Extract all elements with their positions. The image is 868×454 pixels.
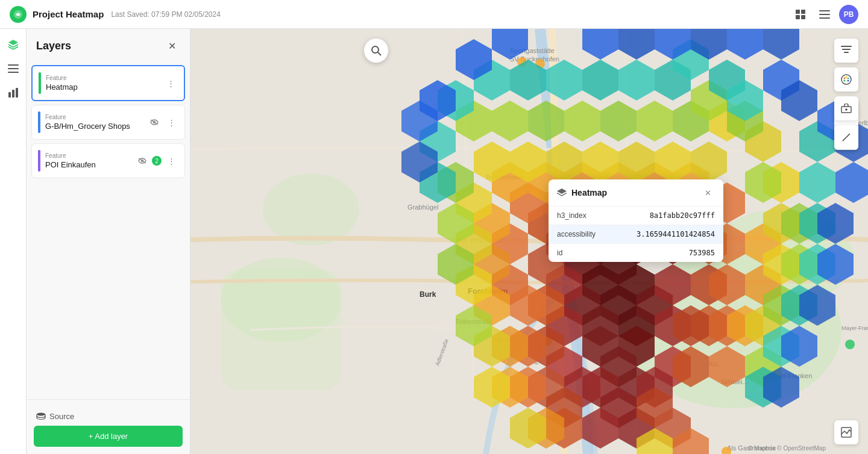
grid-icon-btn[interactable] (791, 5, 810, 24)
layer-color-indicator (38, 150, 40, 172)
svg-point-212 (844, 80, 846, 82)
map-attribution: © Mapbox © OpenStreetMap (748, 445, 826, 452)
mini-map-button[interactable] (834, 420, 858, 444)
layer-more-button[interactable]: ⋮ (164, 154, 178, 168)
layer-name: POI Einkaufen (45, 160, 130, 169)
layers-popup-icon (557, 188, 567, 197)
layer-type: Feature (45, 114, 142, 120)
svg-point-208 (844, 78, 846, 79)
svg-line-206 (378, 52, 381, 55)
layer-item-poi[interactable]: Feature POI Einkaufen 2 ⋮ (31, 143, 185, 178)
avatar[interactable]: PB (839, 5, 858, 24)
layer-color-indicator (39, 72, 41, 94)
popup-key: h3_index (557, 211, 587, 220)
popup-body: h3_index 8a1fabb20c97fff accessibility 3… (549, 207, 723, 262)
layer-color-indicator (38, 111, 40, 133)
svg-point-207 (841, 75, 851, 84)
svg-rect-2 (801, 10, 805, 14)
layer-info: Feature G-B/Hm_Grocery Shops (45, 114, 142, 131)
svg-point-211 (848, 80, 849, 82)
popup-title: Heatmap (571, 188, 607, 197)
header-right: PB (791, 5, 858, 24)
layer-item-heatmap[interactable]: Feature Heatmap ⋮ (31, 65, 185, 101)
svg-point-210 (848, 78, 849, 79)
svg-rect-9 (8, 68, 19, 69)
popup-close-button[interactable]: ✕ (700, 185, 715, 200)
svg-rect-5 (819, 10, 830, 11)
svg-text:Mayer-Franken-Straße: Mayer-Franken-Straße (841, 325, 868, 331)
layer-badge: 2 (152, 156, 162, 166)
layer-actions: 2 ⋮ (135, 154, 178, 168)
svg-point-18 (37, 412, 45, 415)
source-row: Source (34, 407, 183, 426)
last-saved: Last Saved: 07:59 PM 02/05/2024 (111, 10, 220, 19)
svg-point-23 (263, 173, 359, 246)
layers-header: Layers ✕ (27, 29, 190, 63)
popup-val: 753985 (689, 249, 715, 257)
layer-item-grocery[interactable]: Feature G-B/Hm_Grocery Shops ⋮ (31, 105, 185, 140)
svg-point-205 (372, 46, 379, 53)
layer-visibility-button[interactable] (135, 154, 149, 168)
popup-row-accessibility: accessibility 3.1659441101424854 (549, 225, 723, 244)
map-search-button[interactable] (364, 39, 388, 63)
svg-rect-4 (801, 15, 805, 19)
svg-rect-11 (8, 92, 11, 98)
svg-rect-12 (12, 90, 14, 98)
list-icon-btn[interactable] (2, 58, 24, 79)
svg-line-220 (848, 134, 849, 135)
right-toolbar (834, 39, 858, 149)
svg-rect-7 (819, 17, 830, 19)
layers-title: Layers (36, 40, 71, 52)
svg-line-218 (844, 138, 846, 139)
project-title: Project Heatmap (33, 9, 104, 19)
layers-list: Feature Heatmap ⋮ Feature G-B/Hm_Grocery… (27, 63, 190, 399)
menu-icon-btn[interactable] (815, 5, 834, 24)
layers-icon-btn[interactable] (2, 34, 24, 55)
svg-line-219 (846, 136, 848, 137)
layer-actions: ⋮ (147, 115, 178, 129)
popup-val: 8a1fabb20c97fff (650, 211, 715, 220)
toolbox-button[interactable] (834, 96, 858, 120)
svg-text:Burk: Burk (420, 290, 436, 299)
app-logo (10, 6, 27, 23)
layer-type: Feature (45, 152, 130, 159)
popup-row-h3index: h3_index 8a1fabb20c97fff (549, 207, 723, 225)
popup-title-row: Heatmap (557, 188, 607, 197)
layers-footer: Source + Add layer (27, 399, 190, 454)
popup-key: accessibility (557, 230, 596, 238)
map-area[interactable]: Sportgaststätte SV Buckenhofen Buckenhof… (190, 29, 868, 454)
close-panel-button[interactable]: ✕ (163, 37, 180, 54)
palette-button[interactable] (834, 67, 858, 92)
svg-line-217 (843, 140, 844, 141)
source-label: Source (49, 412, 74, 421)
svg-text:Grabhügel: Grabhügel (407, 204, 438, 211)
svg-rect-10 (8, 72, 19, 73)
layer-visibility-button[interactable] (147, 115, 162, 129)
svg-rect-3 (796, 15, 800, 19)
map-popup: Heatmap ✕ h3_index 8a1fabb20c97fff acces… (549, 179, 723, 262)
filter-button[interactable] (834, 39, 858, 63)
popup-val: 3.1659441101424854 (637, 230, 715, 238)
svg-rect-6 (819, 14, 830, 15)
map-background: Sportgaststätte SV Buckenhofen Buckenhof… (190, 29, 868, 454)
database-icon (36, 412, 46, 421)
layer-more-button[interactable]: ⋮ (163, 76, 178, 90)
chart-icon-btn[interactable] (2, 82, 24, 104)
app-header: Project Heatmap Last Saved: 07:59 PM 02/… (0, 0, 868, 29)
layer-name: Heatmap (46, 82, 159, 92)
svg-rect-8 (8, 64, 19, 66)
layer-name: G-B/Hm_Grocery Shops (45, 122, 142, 131)
layer-type: Feature (46, 75, 159, 81)
layers-panel: Layers ✕ Feature Heatmap ⋮ Feature G-B/H… (27, 29, 190, 454)
svg-rect-24 (221, 270, 341, 390)
layer-info: Feature Heatmap (46, 75, 159, 92)
svg-rect-1 (796, 10, 800, 14)
ruler-button[interactable] (834, 125, 858, 149)
popup-key: id (557, 249, 562, 257)
popup-header: Heatmap ✕ (549, 179, 723, 207)
svg-rect-13 (16, 88, 18, 98)
layer-more-button[interactable]: ⋮ (164, 115, 178, 129)
layer-info: Feature POI Einkaufen (45, 152, 130, 169)
icon-bar (0, 29, 27, 454)
add-layer-button[interactable]: + Add layer (34, 426, 183, 447)
